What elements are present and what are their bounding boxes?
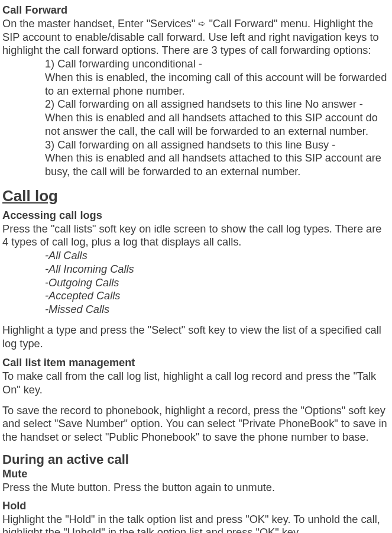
heading-call-list-mgmt: Call list item management <box>2 356 390 370</box>
call-list-mgmt-body-2: To save the record to phonebook, highlig… <box>2 404 390 444</box>
call-log-types-list: -All Calls -All Incoming Calls -Outgoing… <box>2 249 390 316</box>
heading-call-log: Call log <box>2 187 390 205</box>
list-item: -Missed Calls <box>45 303 390 316</box>
heading-hold: Hold <box>2 499 390 513</box>
call-forward-intro: On the master handset, Enter "Services" … <box>2 17 390 57</box>
arrow-icon: ➪ <box>198 18 206 28</box>
option-1-title: 1) Call forwarding unconditional - <box>45 57 390 71</box>
option-3-title: 3) Call forwarding on all assigned hands… <box>45 138 390 152</box>
list-item: -All Incoming Calls <box>45 263 390 276</box>
option-3-body: When this is enabled and all handsets at… <box>45 151 390 179</box>
document-page: Call Forward On the master handset, Ente… <box>0 0 392 533</box>
heading-call-forward: Call Forward <box>2 4 390 17</box>
option-2-title: 2) Call forwarding on all assigned hands… <box>45 98 390 111</box>
list-item: -All Calls <box>45 249 390 263</box>
accessing-call-logs-body: Press the "call lists" soft key on idle … <box>2 222 390 250</box>
option-2-body: When this is enabled and all handsets at… <box>45 111 390 138</box>
mute-body: Press the Mute button. Press the button … <box>2 481 390 495</box>
list-item: -Outgoing Calls <box>45 276 390 290</box>
heading-mute: Mute <box>2 467 390 481</box>
call-list-mgmt-body-1: To make call from the call log list, hig… <box>2 370 390 397</box>
list-item: -Accepted Calls <box>45 289 390 303</box>
call-forward-options: 1) Call forwarding unconditional - When … <box>2 57 390 179</box>
heading-during-active-call: During an active call <box>2 451 390 468</box>
option-1-body: When this is enabled, the incoming call … <box>45 71 390 98</box>
hold-body: Highlight the "Hold" in the talk option … <box>2 513 390 533</box>
select-instruction: Highlight a type and press the "Select" … <box>2 324 390 351</box>
heading-accessing-call-logs: Accessing call logs <box>2 209 390 222</box>
intro-part-1: On the master handset, Enter "Services" <box>2 18 198 30</box>
